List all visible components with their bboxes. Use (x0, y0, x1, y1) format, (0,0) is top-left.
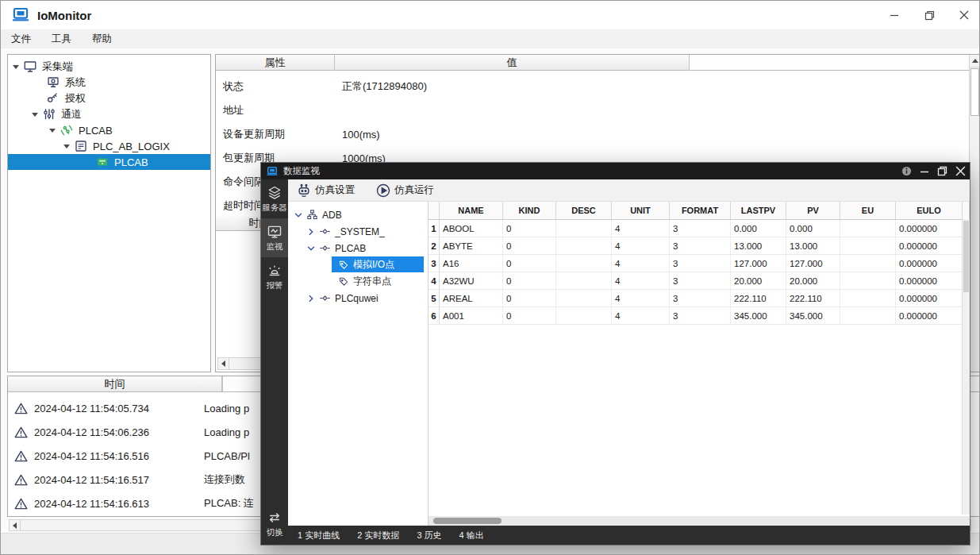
sidebar-item-switch[interactable]: 切换 (261, 505, 288, 545)
sidebar-item-alarm[interactable]: 报警 (261, 257, 288, 296)
sidebar-item-monitor[interactable]: 监视 (261, 218, 288, 257)
tree-item-plc-ab-logix[interactable]: PLC_AB_LOGIX (8, 138, 210, 154)
restore-button[interactable] (920, 6, 938, 24)
cell-kind: 0 (503, 290, 556, 306)
scroll-left-icon[interactable] (10, 520, 21, 530)
dlg-tree-item-analog-io-selected[interactable]: 模拟I/O点 (288, 256, 428, 273)
property-header-value[interactable]: 值 (335, 55, 690, 71)
table-hscrollbar[interactable] (429, 516, 970, 526)
dlg-tree-item-plcab[interactable]: PLCAB (288, 240, 428, 256)
tree-item-label: PLC_AB_LOGIX (93, 141, 170, 152)
dlg-tree-label: PLCAB (335, 243, 366, 254)
scroll-left-icon[interactable] (218, 358, 229, 369)
col-name[interactable]: NAME (440, 202, 503, 219)
chevron-down-icon[interactable] (306, 244, 316, 253)
menu-help[interactable]: 帮助 (82, 29, 122, 48)
prop-value: 正常(1712894080) (342, 79, 970, 94)
cell-eu (840, 307, 896, 324)
dialog-sidebar: 服务器 监视 报警 切换 (261, 179, 288, 545)
app-title: IoMonitor (37, 9, 91, 22)
tree-item-collector[interactable]: 采集端 (8, 59, 210, 75)
col-lastpv[interactable]: LASTPV (731, 202, 786, 219)
property-row[interactable]: 状态正常(1712894080) (216, 75, 970, 98)
cell-unit: 4 (612, 255, 670, 272)
sidebar-label: 服务器 (262, 202, 287, 214)
warning-icon (14, 450, 28, 462)
table-row[interactable]: 3 A16 0 4 3 127.000 127.000 0.000000 10 (429, 255, 970, 272)
dlg-tree-item-string-points[interactable]: 字符串点 (288, 273, 428, 290)
log-time: 2024-04-12 11:54:16.517 (34, 474, 149, 486)
property-vscrollbar[interactable] (969, 55, 980, 372)
scroll-up-icon[interactable] (970, 55, 980, 67)
cell-desc (556, 272, 612, 289)
sim-settings-button[interactable]: 仿真设置 (296, 183, 355, 198)
col-unit[interactable]: UNIT (612, 202, 670, 219)
dialog-close-button[interactable] (955, 166, 966, 176)
cell-unit: 4 (612, 237, 670, 254)
sidebar-item-server[interactable]: 服务器 (261, 179, 288, 218)
expand-arrow-icon[interactable] (49, 129, 56, 133)
chevron-down-icon[interactable] (294, 210, 303, 220)
expand-arrow-icon[interactable] (63, 145, 70, 148)
expand-arrow-icon[interactable] (13, 65, 19, 69)
sim-run-button[interactable]: 仿真运行 (375, 183, 434, 198)
col-eu[interactable]: EU (840, 202, 896, 219)
col-format[interactable]: FORMAT (670, 202, 731, 219)
hscroll-thumb[interactable] (433, 518, 502, 524)
tree-item-system[interactable]: 系统 (8, 75, 210, 91)
table-row[interactable]: 2 ABYTE 0 4 3 13.000 13.000 0.000000 10 (429, 237, 970, 255)
tab-realtime-curve[interactable]: 1 实时曲线 (298, 530, 340, 542)
chevron-right-icon[interactable] (306, 294, 316, 303)
tree-item-plcab-channel[interactable]: PLCAB (8, 122, 210, 138)
tab-output[interactable]: 4 输出 (459, 530, 484, 542)
close-button[interactable] (955, 6, 973, 24)
tree-item-license[interactable]: 授权 (8, 91, 210, 106)
menu-tools[interactable]: 工具 (41, 29, 82, 48)
node-icon (319, 225, 331, 237)
table-row[interactable]: 6 A001 0 4 3 345.000 345.000 0.000000 10 (429, 307, 970, 325)
dialog-restore-button[interactable] (937, 166, 947, 176)
col-desc[interactable]: DESC (556, 202, 612, 219)
dialog-icon (267, 167, 278, 176)
table-row[interactable]: 5 AREAL 0 4 3 222.110 222.110 0.000000 1… (429, 290, 970, 307)
vscroll-thumb[interactable] (963, 221, 969, 292)
chevron-right-icon[interactable] (306, 227, 316, 237)
cell-format: 3 (670, 307, 731, 324)
property-header-attr[interactable]: 属性 (216, 55, 335, 71)
tab-realtime-data[interactable]: 2 实时数据 (357, 530, 399, 542)
dlg-tree-item-plcquwei[interactable]: PLCquwei (288, 290, 428, 306)
channel-sliders-icon (60, 123, 74, 137)
dlg-tree-item-system[interactable]: _SYSTEM_ (288, 223, 428, 240)
property-header: 属性 值 (216, 55, 970, 71)
row-number: 2 (429, 237, 440, 254)
col-kind[interactable]: KIND (503, 202, 556, 219)
col-eulo[interactable]: EULO (896, 202, 963, 219)
table-row[interactable]: 4 A32WU 0 4 3 20.000 20.000 0.000000 10 (429, 272, 970, 290)
property-row[interactable]: 设备更新周期100(ms) (216, 122, 970, 146)
minimize-button[interactable] (886, 6, 903, 24)
cell-name: ABYTE (440, 237, 503, 254)
plc-device-icon (74, 139, 88, 153)
dialog-minimize-button[interactable] (920, 167, 929, 176)
vscroll-thumb[interactable] (970, 68, 979, 116)
dialog-title: 数据监视 (283, 165, 320, 177)
log-time-header[interactable]: 时间 (8, 376, 222, 392)
alarm-icon (267, 263, 282, 279)
dlg-tree-item-adb[interactable]: ADB (288, 206, 428, 223)
tab-history[interactable]: 3 历史 (417, 530, 441, 542)
table-header-row: NAME KIND DESC UNIT FORMAT LASTPV PV EU … (429, 202, 970, 220)
row-number: 6 (429, 307, 440, 324)
tree-item-channel[interactable]: 通道 (8, 106, 210, 122)
table-row[interactable]: 1 ABOOL 0 4 3 0.000 0.000 0.000000 10 (429, 220, 970, 237)
menu-file[interactable]: 文件 (1, 29, 41, 48)
table-vscrollbar[interactable] (962, 219, 970, 515)
col-pv[interactable]: PV (786, 202, 840, 219)
robot-icon (296, 183, 312, 198)
info-icon[interactable] (901, 166, 912, 176)
tag-icon (338, 276, 349, 287)
property-row[interactable]: 地址 (216, 98, 970, 122)
prop-label: 设备更新周期 (216, 127, 342, 141)
cell-format: 3 (670, 237, 731, 254)
tree-item-plcab-device-selected[interactable]: PLCAB (8, 154, 210, 170)
expand-arrow-icon[interactable] (32, 113, 38, 117)
